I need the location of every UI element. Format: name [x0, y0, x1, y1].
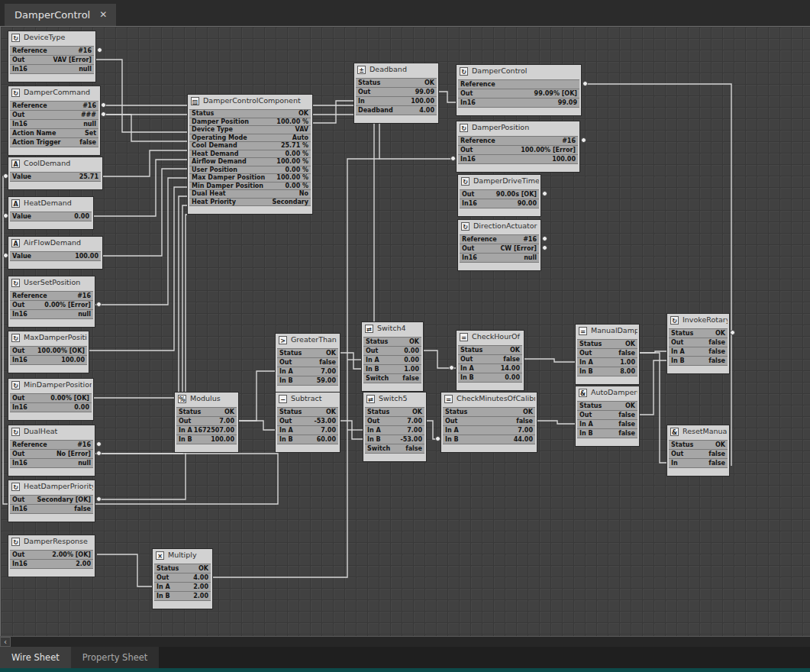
port[interactable] — [449, 365, 454, 370]
block-title[interactable]: =CheckHourOf ... — [458, 331, 522, 343]
block-multiply[interactable]: ×MultiplyStatusOKOut4.00In A2.00In B2.00 — [152, 548, 213, 609]
block-manualdampe[interactable]: =ManualDampe ...StatusOKOutfalseIn A1.00… — [575, 324, 640, 385]
property-row-out[interactable]: Out7.00 — [176, 417, 237, 426]
property-row-in-b[interactable]: In B0.00 — [458, 373, 522, 383]
property-row-switch[interactable]: Switchfalse — [363, 374, 421, 383]
block-damperdrivetime[interactable]: ↻DamperDriveTimeOut90.00s [OK]In1690.00 — [457, 174, 541, 217]
property-row-status[interactable]: StatusOK — [277, 408, 338, 417]
property-row-in-b[interactable]: In B100.00 — [176, 435, 237, 444]
property-row-in-a[interactable]: In A0.00 — [363, 356, 421, 365]
port[interactable] — [730, 330, 735, 335]
property-row-action-trigger[interactable]: Action Triggerfalse — [10, 138, 98, 147]
property-row-out[interactable]: OutVAV [Error] — [10, 56, 94, 65]
property-row-status[interactable]: StatusOK — [363, 338, 421, 347]
block-maxdamperposition[interactable]: ↻MaxDamperPositionOut100.00% [OK]In16100… — [8, 331, 89, 373]
property-row-in16[interactable]: In162.00 — [10, 560, 93, 569]
block-dualheat[interactable]: ↻DualHeatReference#16OutNo [Error]In16nu… — [8, 425, 95, 477]
property-row-deadband[interactable]: Deadband4.00 — [356, 106, 437, 115]
block-title[interactable]: ↻DamperDriveTime — [460, 175, 539, 187]
block-deadband[interactable]: ±DeadbandStatusOKOut99.09In100.00Deadban… — [353, 63, 439, 124]
property-row-status[interactable]: StatusOK — [176, 408, 237, 417]
property-row-out[interactable]: Out90.00s [OK] — [460, 190, 539, 199]
block-switch4[interactable]: ⇄Switch4StatusOKOut0.00In A0.00In B1.00S… — [361, 321, 424, 392]
block-checkminutesofcalibration[interactable]: =CheckMinutesOfCalibrationStatusOKOutfal… — [440, 392, 537, 453]
property-row-in-a[interactable]: In A14.00 — [458, 364, 522, 373]
tab-wire-sheet[interactable]: Wire Sheet — [0, 647, 71, 668]
property-row-out[interactable]: Outfalse — [669, 338, 728, 347]
property-row-status[interactable]: StatusOK — [356, 79, 437, 88]
property-row-in-b[interactable]: In Bfalse — [577, 429, 637, 438]
block-damperposition[interactable]: ↻DamperPositionReference#16Out100.00% [E… — [456, 121, 580, 173]
property-row-in16[interactable]: In16null — [10, 459, 93, 468]
block-directionactuator[interactable]: ↻DirectionActuatorReference#16OutCW [Err… — [457, 219, 541, 271]
property-row-out[interactable]: Outfalse — [443, 417, 535, 426]
property-row-out[interactable]: Out99.09% [OK] — [458, 89, 579, 99]
property-row-operating-mode[interactable]: Operating ModeAuto — [189, 134, 311, 143]
property-row-out[interactable]: Outfalse — [458, 355, 522, 364]
block-dampercontrolcomponent[interactable]: ▨DamperControlComponentStatusOKDamper Po… — [187, 94, 313, 215]
property-row-in-a[interactable]: In A1.00 — [577, 358, 637, 367]
property-row-status[interactable]: StatusOK — [577, 340, 637, 349]
property-row-in-b[interactable]: In B59.00 — [277, 376, 338, 386]
port[interactable] — [542, 191, 547, 196]
property-row-in16[interactable]: In16null — [460, 254, 539, 263]
property-row-in16[interactable]: In16100.00 — [10, 356, 87, 365]
property-row-out[interactable]: Out-53.00 — [277, 417, 338, 426]
block-switch5[interactable]: ⇄Switch5StatusOKOut7.00In A7.00In B-53.0… — [363, 392, 427, 462]
property-row-out[interactable]: OutSecondary [OK] — [10, 496, 93, 505]
property-row-in16[interactable]: In160.00 — [10, 403, 92, 412]
property-row-out[interactable]: Out100.00% [Error] — [458, 146, 578, 155]
block-devicetype[interactable]: ↻DeviceTypeReference#16OutVAV [Error]In1… — [8, 31, 96, 82]
property-row-out[interactable]: Out0.00% [OK] — [10, 394, 92, 403]
block-greaterthan[interactable]: >GreaterThanStatusOKOutfalseIn A7.00In B… — [275, 333, 340, 394]
block-title[interactable]: ACoolDemand — [10, 157, 101, 170]
port[interactable] — [542, 245, 547, 250]
property-row-in-b[interactable]: In B2.00 — [154, 592, 211, 601]
property-row-in-b[interactable]: In B-53.00 — [365, 435, 424, 444]
scroll-left-icon[interactable]: ‹ — [0, 637, 11, 647]
property-row-reference[interactable]: Reference#16 — [10, 441, 93, 450]
property-row-status[interactable]: StatusOK — [669, 329, 728, 338]
block-title[interactable]: −Subtract — [277, 393, 338, 405]
block-checkhourof[interactable]: =CheckHourOf ...StatusOKOutfalseIn A14.0… — [456, 330, 524, 391]
property-row-in[interactable]: Infalse — [669, 459, 728, 468]
property-row-cool-demand[interactable]: Cool Demand25.71 % — [189, 142, 311, 150]
port[interactable] — [450, 156, 456, 161]
property-row-out[interactable]: Out0.00 — [363, 347, 421, 356]
property-row-out[interactable]: OutNo [Error] — [10, 450, 93, 459]
port[interactable] — [581, 137, 586, 143]
property-row-device-type[interactable]: Device TypeVAV — [189, 126, 311, 134]
property-row-in[interactable]: In100.00 — [356, 97, 437, 106]
close-icon[interactable]: ✕ — [99, 4, 107, 26]
block-title[interactable]: %Modulus — [176, 393, 237, 405]
port[interactable] — [3, 253, 8, 258]
block-invokerotarya[interactable]: ↻InvokeRotaryA ...StatusOKOutfalseIn Afa… — [666, 313, 730, 374]
block-title[interactable]: ±Deadband — [356, 63, 437, 76]
block-title[interactable]: ↻DirectionActuator — [460, 220, 539, 232]
property-row-status[interactable]: StatusOK — [577, 402, 637, 411]
property-row-out[interactable]: Out0.00% [Error] — [10, 301, 93, 310]
property-row-out[interactable]: Outfalse — [277, 358, 338, 367]
property-row-in-a[interactable]: In A7.00 — [277, 367, 338, 376]
property-row-in-b[interactable]: In B8.00 — [577, 367, 637, 376]
port[interactable] — [96, 441, 102, 447]
property-row-airflow-demand[interactable]: Airflow Demand100.00 % — [189, 158, 311, 166]
port[interactable] — [96, 496, 102, 502]
tab-dampercontrol[interactable]: DamperControl ✕ — [5, 4, 116, 26]
property-row-reference[interactable]: Reference#16 — [458, 137, 578, 146]
block-title[interactable]: =CheckMinutesOfCalibration — [443, 393, 535, 405]
property-row-out[interactable]: Out4.00 — [154, 573, 211, 583]
block-heatdemand[interactable]: AHeatDemandValue0.00 — [8, 196, 94, 230]
block-title[interactable]: AAirFlowDemand — [10, 237, 101, 249]
property-row-status[interactable]: StatusOK — [669, 441, 728, 450]
property-row-out[interactable]: Outfalse — [577, 411, 637, 420]
block-title[interactable]: ⇄Switch4 — [363, 322, 421, 334]
property-row-status[interactable]: StatusOK — [277, 349, 338, 358]
port[interactable] — [101, 102, 106, 108]
block-modulus[interactable]: %ModulusStatusOKOut7.00In A1672507.00In … — [174, 392, 239, 453]
block-dampercontrol[interactable]: ↻DamperControlReferenceOut99.09% [OK]In1… — [456, 64, 582, 116]
property-row-user-position[interactable]: User Position0.00 % — [189, 166, 311, 175]
property-row-reference[interactable]: Reference#16 — [10, 47, 94, 56]
property-row-in16[interactable]: In16false — [10, 505, 93, 514]
property-row-min-damper-position[interactable]: Min Damper Position0.00 % — [189, 183, 311, 191]
